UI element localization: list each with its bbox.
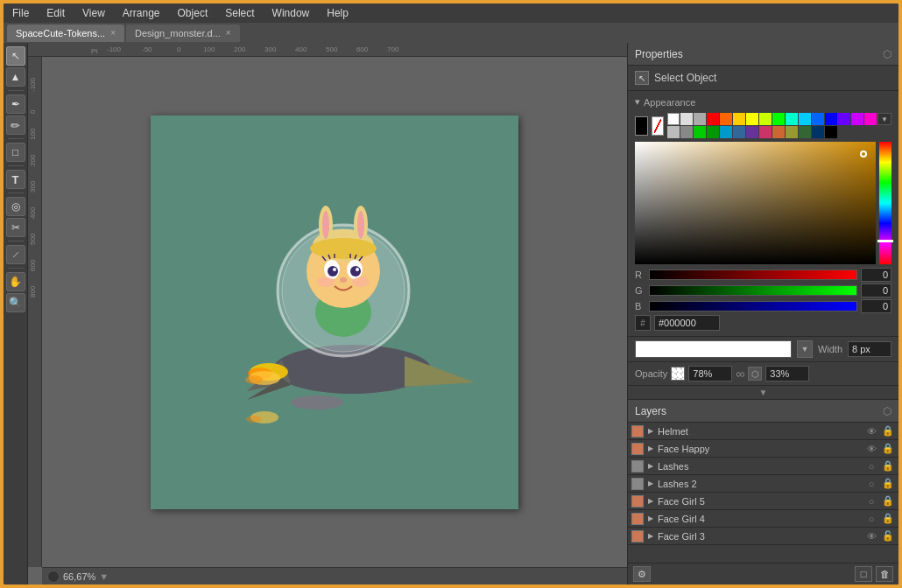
menu-view[interactable]: View [79, 5, 109, 21]
link-icon[interactable]: ∞ [736, 367, 744, 381]
tool-pencil[interactable]: ✏ [6, 116, 25, 135]
palette-green2[interactable] [694, 126, 706, 138]
layers-expand-icon[interactable]: ⬡ [883, 405, 891, 417]
palette-mgray[interactable] [680, 126, 693, 138]
palette-pink[interactable] [864, 113, 877, 125]
palette-yellow-green[interactable] [759, 113, 772, 125]
palette-lgray[interactable] [680, 113, 693, 125]
menu-file[interactable]: File [9, 5, 32, 21]
palette-light-blue[interactable] [799, 113, 811, 125]
palette-forest[interactable] [799, 126, 811, 138]
palette-dark-blue[interactable] [825, 113, 837, 125]
palette-midnight[interactable] [812, 126, 824, 138]
layer-helmet-eye[interactable]: 👁 [864, 424, 878, 438]
zoom-dropdown[interactable]: ▼ [99, 571, 109, 582]
layer-lashes-expand[interactable]: ▶ [646, 462, 655, 471]
b-input[interactable]: 0 [861, 299, 891, 313]
layer-face-girl-3[interactable]: ▶ Face Girl 3 👁 🔓 [628, 528, 898, 545]
palette-blue[interactable] [812, 113, 824, 125]
layer-lashes[interactable]: ▶ Lashes ○ 🔒 [628, 458, 898, 475]
layer-face-girl3-lock[interactable]: 🔓 [881, 529, 895, 543]
layers-delete-btn[interactable]: 🗑 [876, 566, 893, 582]
layer-face-girl3-expand[interactable]: ▶ [646, 532, 655, 541]
fill-swatch[interactable] [635, 116, 648, 136]
palette-purple[interactable] [838, 113, 850, 125]
layers-settings-btn[interactable]: ⚙ [633, 566, 651, 582]
tool-direct-select[interactable]: ▲ [6, 67, 25, 87]
color-gradient[interactable] [635, 142, 876, 264]
tool-select-arrow[interactable]: ↖ [6, 46, 25, 66]
menu-arrange[interactable]: Arrange [119, 5, 164, 21]
tab-0[interactable]: SpaceCute-Tokens... × [7, 24, 124, 42]
layer-face-girl5-expand[interactable]: ▶ [646, 497, 655, 506]
stroke-swatch[interactable] [652, 116, 665, 136]
layer-face-girl4-expand[interactable]: ▶ [646, 514, 655, 523]
tool-zoom[interactable]: 🔍 [6, 293, 25, 312]
layer-face-girl3-eye[interactable]: 👁 [864, 529, 878, 543]
tool-pen[interactable]: ✒ [6, 94, 25, 114]
layer-face-happy[interactable]: ▶ Face Happy 👁 🔒 [628, 440, 898, 458]
layer-face-girl4-lock[interactable]: 🔒 [881, 512, 895, 526]
menu-window[interactable]: Window [269, 5, 314, 21]
layer-face-girl4-eye[interactable]: ○ [864, 512, 878, 526]
layer-helmet-expand[interactable]: ▶ [646, 427, 655, 436]
stroke-dropdown[interactable]: ▼ [797, 340, 813, 358]
properties-expand[interactable]: ⬡ [883, 48, 891, 60]
layer-face-happy-expand[interactable]: ▶ [646, 444, 655, 453]
tab-1[interactable]: Design_monster.d... × [126, 24, 240, 42]
stroke-opacity-input[interactable] [765, 366, 809, 382]
palette-red[interactable] [707, 113, 719, 125]
tab-1-close[interactable]: × [226, 28, 231, 38]
palette-white[interactable] [667, 113, 680, 125]
tool-rotate[interactable]: ◎ [6, 197, 25, 216]
g-slider[interactable] [649, 285, 857, 296]
palette-orange[interactable] [720, 113, 732, 125]
layer-lashes-lock[interactable]: 🔒 [881, 459, 895, 473]
palette-teal[interactable] [786, 113, 798, 125]
fill-opacity-input[interactable] [688, 366, 732, 382]
palette-navy[interactable] [733, 126, 745, 138]
menu-object[interactable]: Object [174, 5, 212, 21]
menu-help[interactable]: Help [323, 5, 352, 21]
palette-green[interactable] [772, 113, 785, 125]
palette-yellow-orange[interactable] [733, 113, 745, 125]
palette-yellow[interactable] [746, 113, 758, 125]
palette-dark-green[interactable] [707, 126, 719, 138]
palette-sienna[interactable] [772, 126, 785, 138]
width-input[interactable] [848, 341, 891, 357]
canvas-scroll[interactable] [42, 57, 627, 567]
layers-new-layer-btn[interactable]: □ [855, 566, 872, 582]
tab-0-close[interactable]: × [110, 28, 116, 38]
palette-plum[interactable] [746, 126, 758, 138]
g-input[interactable]: 0 [861, 284, 891, 298]
tool-hand[interactable]: ✋ [6, 272, 25, 291]
menu-select[interactable]: Select [222, 5, 257, 21]
tool-rect[interactable]: □ [6, 143, 25, 162]
tool-blend[interactable]: ⟋ [6, 245, 25, 264]
layer-lashes-eye[interactable]: ○ [864, 459, 878, 473]
layer-lashes2[interactable]: ▶ Lashes 2 ○ 🔒 [628, 475, 898, 493]
layer-lashes2-expand[interactable]: ▶ [646, 480, 655, 488]
layer-face-girl5-lock[interactable]: 🔒 [881, 494, 895, 508]
palette-lgray2[interactable] [667, 126, 680, 138]
layer-helmet[interactable]: ▶ Helmet 👁 🔒 [628, 423, 898, 440]
color-spectrum[interactable] [879, 142, 891, 264]
palette-black[interactable] [825, 126, 837, 138]
b-slider-container[interactable] [649, 301, 857, 312]
palette-more[interactable]: ▼ [877, 113, 891, 125]
tool-scissors[interactable]: ✂ [6, 218, 25, 237]
layer-face-girl-5[interactable]: ▶ Face Girl 5 ○ 🔒 [628, 493, 898, 510]
layer-face-girl-4[interactable]: ▶ Face Girl 4 ○ 🔒 [628, 510, 898, 528]
artwork[interactable] [151, 116, 518, 509]
layer-helmet-lock[interactable]: 🔒 [881, 424, 895, 438]
layer-face-happy-eye[interactable]: 👁 [864, 442, 878, 456]
palette-olive[interactable] [786, 126, 798, 138]
r-input[interactable]: 0 [861, 268, 891, 282]
palette-steel-blue[interactable] [720, 126, 732, 138]
g-slider-container[interactable] [649, 285, 857, 296]
palette-violet[interactable] [851, 113, 863, 125]
layer-lashes2-lock[interactable]: 🔒 [881, 477, 895, 491]
b-slider[interactable] [649, 301, 857, 312]
r-slider[interactable] [649, 270, 857, 280]
palette-gray[interactable] [694, 113, 706, 125]
